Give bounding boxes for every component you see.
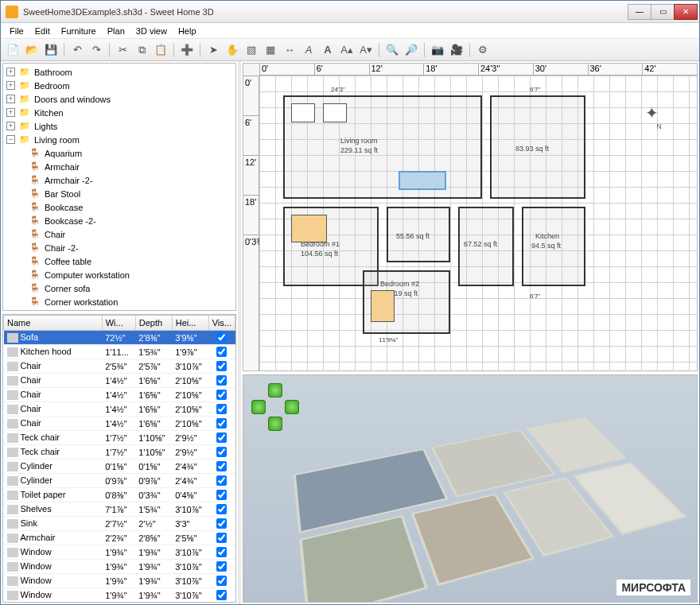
furniture-catalog-item[interactable]: 🪑Armchair -2-	[5, 173, 234, 187]
nav-up-icon[interactable]	[268, 383, 282, 398]
expand-icon[interactable]: +	[6, 122, 15, 130]
house-3d-model[interactable]	[294, 416, 698, 603]
photo-icon[interactable]: 📷	[429, 41, 446, 59]
bunk-bed-item[interactable]	[371, 290, 395, 322]
save-icon[interactable]: 💾	[42, 41, 60, 59]
menu-file[interactable]: File	[4, 25, 29, 37]
furniture-catalog-item[interactable]: 🪑Desk	[5, 308, 234, 311]
furniture-item[interactable]	[291, 103, 315, 122]
furniture-catalog-item[interactable]: 🪑Chair	[5, 227, 234, 241]
category-item[interactable]: +📁Bedroom	[5, 79, 234, 92]
furniture-row[interactable]: Kitchen hood1'11...1'5¾"1'9⅞"	[4, 345, 235, 359]
minimize-button[interactable]: —	[628, 4, 651, 20]
visible-checkbox[interactable]	[216, 533, 227, 543]
floor-plan[interactable]: Living room 229.11 sq ft 83.93 sq ft Bed…	[283, 95, 665, 342]
furniture-row[interactable]: Sofa72½"2'8⅜"3'9⅝"	[4, 331, 235, 345]
add-furniture-icon[interactable]: ➕	[178, 41, 196, 59]
furniture-catalog-item[interactable]: 🪑Aquarium	[5, 146, 234, 160]
category-item[interactable]: +📁Doors and windows	[5, 92, 234, 106]
category-item[interactable]: +📁Bathroom	[5, 65, 234, 79]
visible-checkbox[interactable]	[216, 576, 227, 586]
furniture-catalog-item[interactable]: 🪑Chair -2-	[5, 241, 234, 254]
text-bold-icon[interactable]: A	[319, 41, 336, 59]
visible-checkbox[interactable]	[216, 518, 227, 529]
visible-checkbox[interactable]	[216, 504, 227, 514]
visible-checkbox[interactable]	[216, 461, 227, 471]
furniture-row[interactable]: Shelves7'1⅞"1'5¾"3'10⅞"	[4, 502, 235, 517]
visible-checkbox[interactable]	[216, 361, 227, 371]
furniture-row[interactable]: Armchair2'2¾"2'8⅝"2'5⅝"	[4, 531, 235, 545]
furniture-row[interactable]: Toilet paper0'8⅜"0'3¾"0'4⅝"	[4, 488, 235, 502]
nav-left-icon[interactable]	[251, 400, 266, 414]
menu-3dview[interactable]: 3D view	[130, 25, 173, 37]
visible-checkbox[interactable]	[216, 375, 227, 386]
redo-icon[interactable]: ↷	[88, 41, 105, 59]
category-item[interactable]: +📁Kitchen	[5, 106, 234, 119]
furniture-catalog-item[interactable]: 🪑Armchair	[5, 160, 234, 173]
furniture-catalog-item[interactable]: 🪑Corner workstation	[5, 295, 234, 308]
expand-icon[interactable]: +	[6, 108, 15, 117]
menu-furniture[interactable]: Furniture	[56, 25, 102, 37]
visible-checkbox[interactable]	[216, 404, 227, 414]
furniture-row[interactable]: Chair1'4½"1'6⅝"2'10⅝"	[4, 402, 235, 417]
plan-view-2d[interactable]: 0'6'12'18'24'3"30'36'42' 0'6'12'18'0'3⅜"…	[243, 63, 698, 371]
view-3d[interactable]: МИРСОФТА	[243, 374, 698, 603]
furniture-catalog-item[interactable]: 🪑Coffee table	[5, 254, 234, 268]
visible-checkbox[interactable]	[216, 447, 227, 457]
video-icon[interactable]: 🎥	[448, 41, 465, 59]
category-item[interactable]: +📁Lights	[5, 119, 234, 133]
expand-icon[interactable]: +	[6, 81, 15, 90]
room-tool-icon[interactable]: ▦	[262, 41, 279, 59]
visible-checkbox[interactable]	[216, 390, 227, 400]
col-name[interactable]: Name	[4, 316, 103, 331]
zoom-out-icon[interactable]: 🔍	[383, 41, 401, 59]
text-size-down-icon[interactable]: A▾	[357, 41, 375, 59]
furniture-catalog-item[interactable]: 🪑Bookcase -2-	[5, 214, 234, 227]
undo-icon[interactable]: ↶	[68, 41, 86, 59]
furniture-row[interactable]: Window1'9¾"1'9¾"3'10⅞"	[4, 560, 235, 574]
furniture-catalog-item[interactable]: 🪑Corner sofa	[5, 281, 234, 295]
col-height[interactable]: Hei...	[172, 316, 208, 331]
text-tool-icon[interactable]: A	[300, 41, 317, 59]
furniture-item[interactable]	[323, 103, 347, 122]
wall-tool-icon[interactable]: ▧	[243, 41, 260, 59]
furniture-row[interactable]: Window1'9¾"1'9¾"3'10⅞"	[4, 545, 235, 560]
visible-checkbox[interactable]	[216, 432, 227, 443]
furniture-catalog[interactable]: +📁Bathroom+📁Bedroom+📁Doors and windows+📁…	[2, 63, 236, 311]
col-width[interactable]: Wi...	[102, 316, 135, 331]
bed-item[interactable]	[291, 215, 327, 242]
pan-tool-icon[interactable]: ✋	[224, 41, 241, 59]
furniture-row[interactable]: Teck chair1'7½"1'10⅝"2'9½"	[4, 431, 235, 445]
nav-down-icon[interactable]	[268, 417, 282, 431]
sofa-selected[interactable]	[399, 171, 446, 190]
category-item[interactable]: −📁Living room	[5, 133, 234, 146]
copy-icon[interactable]: ⧉	[133, 41, 150, 59]
close-button[interactable]: ✕	[674, 4, 698, 20]
select-tool-icon[interactable]: ➤	[204, 41, 222, 59]
nav-right-icon[interactable]	[285, 400, 299, 414]
visible-checkbox[interactable]	[216, 590, 227, 600]
open-icon[interactable]: 📂	[23, 41, 41, 59]
menu-plan[interactable]: Plan	[102, 25, 130, 37]
furniture-catalog-item[interactable]: 🪑Bookcase	[5, 200, 234, 214]
expand-icon[interactable]: +	[6, 95, 15, 103]
text-size-up-icon[interactable]: A▴	[338, 41, 356, 59]
furniture-row[interactable]: Cylinder0'1⅝"0'1⅝"2'4¾"	[4, 460, 235, 474]
furniture-row[interactable]: Teck chair1'7½"1'10⅝"2'9½"	[4, 445, 235, 460]
furniture-row[interactable]: Chair1'4½"1'6⅝"2'10⅝"	[4, 417, 235, 431]
furniture-row[interactable]: Chair1'4½"1'6⅝"2'10⅝"	[4, 374, 235, 388]
new-icon[interactable]: 📄	[4, 41, 21, 59]
prefs-icon[interactable]: ⚙	[474, 41, 492, 59]
furniture-catalog-item[interactable]: 🪑Bar Stool	[5, 187, 234, 200]
visible-checkbox[interactable]	[216, 490, 227, 500]
col-visible[interactable]: Vis...	[208, 316, 235, 331]
menu-edit[interactable]: Edit	[29, 25, 56, 37]
visible-checkbox[interactable]	[216, 347, 227, 357]
furniture-row[interactable]: Sink2'7½"2'½"3'3"	[4, 517, 235, 531]
col-depth[interactable]: Depth	[135, 316, 172, 331]
visible-checkbox[interactable]	[216, 332, 227, 343]
furniture-row[interactable]: Window1'9¾"1'9¾"3'10⅞"	[4, 588, 235, 603]
cut-icon[interactable]: ✂	[114, 41, 131, 59]
zoom-in-icon[interactable]: 🔎	[402, 41, 420, 59]
maximize-button[interactable]: ▭	[651, 4, 675, 20]
